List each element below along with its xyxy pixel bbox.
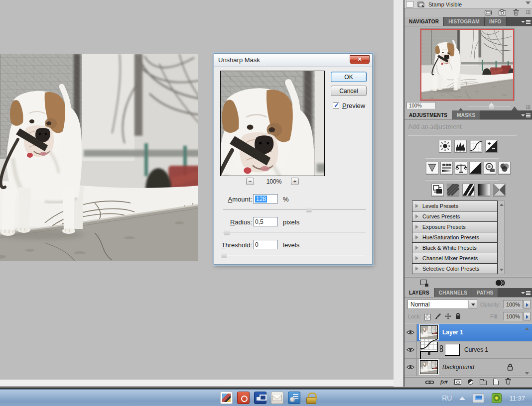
cancel-button[interactable]: Cancel: [331, 86, 367, 96]
tab-channels[interactable]: CHANNELS: [434, 288, 472, 297]
ok-button[interactable]: OK: [331, 72, 367, 82]
language-indicator[interactable]: RU: [442, 394, 452, 402]
expand-arrow-icon[interactable]: [415, 204, 418, 208]
layer-mask-thumbnail[interactable]: [445, 344, 460, 356]
lock-position-move-icon[interactable]: [445, 312, 451, 321]
blend-mode-dropdown-icon[interactable]: [469, 300, 477, 309]
navigator-zoom-slider[interactable]: [468, 106, 510, 107]
new-group-folder-icon[interactable]: [480, 381, 487, 385]
preset-levels[interactable]: Levels Presets: [412, 201, 498, 211]
layer-name[interactable]: Curves 1: [464, 346, 488, 353]
network-monitor-tray-icon[interactable]: [473, 394, 484, 403]
filter-preview-box[interactable]: [220, 71, 325, 176]
black-white-icon[interactable]: [469, 162, 482, 174]
visibility-eye-icon[interactable]: [404, 341, 417, 358]
invert-icon[interactable]: [431, 184, 444, 196]
layer-style-fx-icon[interactable]: fx▾: [440, 379, 448, 385]
layer-row-background[interactable]: Background: [404, 359, 532, 376]
expand-arrow-icon[interactable]: [415, 246, 418, 250]
visibility-eye-icon[interactable]: [404, 359, 417, 376]
scroll-down-icon[interactable]: [500, 269, 504, 271]
preset-curves[interactable]: Curves Presets: [412, 211, 498, 222]
radius-slider-thumb[interactable]: [224, 228, 230, 235]
amount-slider[interactable]: [223, 209, 366, 210]
preset-hue-saturation[interactable]: Hue/Saturation Presets: [412, 232, 498, 243]
threshold-slider-thumb[interactable]: [221, 251, 227, 258]
tab-info[interactable]: INFO: [485, 17, 507, 26]
tab-paths[interactable]: PATHS: [472, 288, 498, 297]
image-viewer-icon[interactable]: [220, 392, 233, 404]
preset-selective-color[interactable]: Selective Color Presets: [412, 264, 498, 274]
navigator-proxy-view[interactable]: [420, 29, 514, 101]
preset-exposure[interactable]: Exposure Presets: [412, 222, 498, 232]
security-padlock-icon[interactable]: [305, 392, 317, 404]
radius-slider[interactable]: [223, 232, 366, 233]
posterize-icon[interactable]: [447, 184, 459, 196]
hue-saturation-icon[interactable]: [440, 162, 453, 174]
new-adjustment-layer-icon[interactable]: [468, 379, 473, 385]
tab-adjustments[interactable]: ADJUSTMENTS: [404, 110, 452, 119]
show-hidden-icons-chevron[interactable]: [459, 397, 465, 400]
tab-masks[interactable]: MASKS: [452, 110, 480, 119]
preview-checkbox[interactable]: [333, 102, 339, 109]
layer-name[interactable]: Layer 1: [442, 329, 463, 336]
scroll-down-icon[interactable]: [525, 372, 529, 375]
lock-paint-brush-icon[interactable]: [435, 312, 441, 321]
expand-arrow-icon[interactable]: [415, 256, 418, 260]
mask-link-chain-icon[interactable]: [439, 345, 443, 354]
tab-layers[interactable]: LAYERS: [404, 288, 434, 297]
new-snapshot-camera-icon[interactable]: [499, 8, 506, 17]
expand-arrow-icon[interactable]: [415, 225, 418, 229]
history-source-checkbox[interactable]: [406, 1, 413, 7]
history-scroll-down-icon[interactable]: [526, 1, 531, 4]
document-image-dog-photo[interactable]: [0, 54, 198, 261]
navigator-zoom-field[interactable]: 100%: [406, 102, 435, 109]
brightness-contrast-icon[interactable]: [439, 140, 451, 152]
panel-menu-icon[interactable]: [519, 288, 532, 297]
gradient-map-icon[interactable]: [478, 184, 490, 196]
fill-slider-icon[interactable]: [524, 312, 531, 320]
antivirus-tray-icon[interactable]: [492, 393, 502, 403]
panel-menu-icon[interactable]: [519, 110, 532, 119]
mail-envelope-icon[interactable]: [271, 392, 283, 404]
preset-scrollbar[interactable]: [498, 201, 505, 274]
lock-all-padlock-icon[interactable]: [455, 312, 461, 321]
link-layers-chain-icon[interactable]: [425, 378, 434, 387]
navigator-zoom-slider-thumb[interactable]: [489, 103, 494, 109]
photo-filter-icon[interactable]: [484, 162, 496, 174]
close-icon[interactable]: [350, 55, 370, 64]
selective-color-icon[interactable]: [493, 184, 506, 196]
layer-thumbnail[interactable]: [420, 325, 438, 339]
channel-mixer-icon[interactable]: [498, 162, 511, 174]
levels-icon[interactable]: [454, 140, 467, 152]
lock-transparency-icon[interactable]: [424, 314, 431, 320]
add-layer-mask-icon[interactable]: [454, 379, 461, 385]
curves-icon[interactable]: [470, 140, 482, 152]
preview-zoom-out-button[interactable]: −: [246, 178, 254, 185]
scroll-up-icon[interactable]: [525, 327, 529, 330]
threshold-icon[interactable]: [462, 184, 475, 196]
expand-arrow-icon[interactable]: [415, 267, 418, 271]
expand-arrow-icon[interactable]: [415, 235, 418, 239]
delete-state-trash-icon[interactable]: [513, 8, 519, 17]
preview-zoom-in-button[interactable]: +: [291, 178, 299, 185]
tab-histogram[interactable]: HISTOGRAM: [444, 17, 485, 26]
panel-resize-grip[interactable]: [526, 105, 531, 109]
opacity-slider-icon[interactable]: [524, 300, 531, 308]
layer-row-curves-1[interactable]: Curves 1: [404, 341, 532, 359]
clip-to-layer-icon[interactable]: [495, 279, 506, 289]
clock[interactable]: 11:37: [509, 395, 525, 402]
fill-value[interactable]: 100%: [503, 312, 523, 320]
exposure-icon[interactable]: [485, 140, 498, 152]
create-document-from-state-icon[interactable]: [485, 8, 492, 17]
layer-thumbnail[interactable]: [420, 360, 438, 374]
scroll-up-icon[interactable]: [500, 203, 504, 206]
preset-black-white[interactable]: Black & White Presets: [412, 243, 498, 253]
preset-channel-mixer[interactable]: Channel Mixer Presets: [412, 253, 498, 264]
history-item-stamp-visible[interactable]: Stamp Visible: [404, 0, 532, 8]
color-balance-icon[interactable]: [455, 162, 467, 174]
opacity-value[interactable]: 100%: [503, 300, 523, 308]
display-settings-icon[interactable]: [288, 392, 300, 404]
power-app-icon[interactable]: [237, 392, 250, 404]
return-to-adjustment-list-icon[interactable]: [420, 280, 427, 285]
